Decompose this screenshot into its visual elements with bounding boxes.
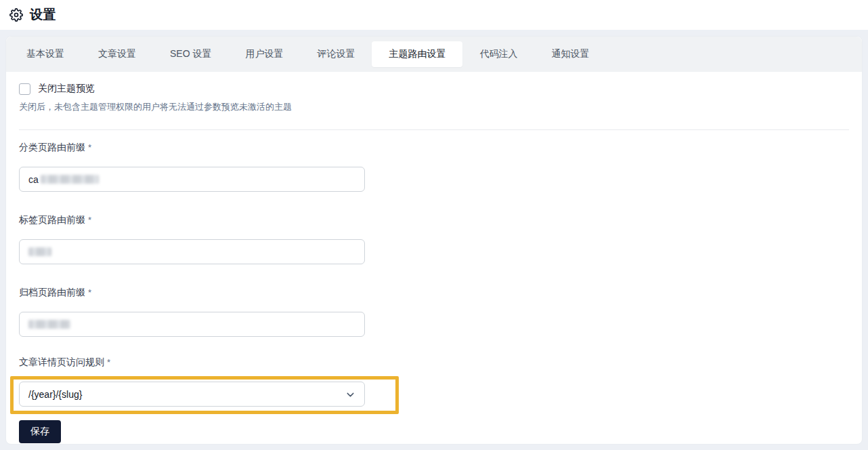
archive-prefix-field: 归档页路由前缀* [19, 287, 849, 337]
disable-theme-preview-help: 关闭后，未包含主题管理权限的用户将无法通过参数预览未激活的主题 [19, 101, 849, 113]
disable-theme-preview-checkbox[interactable] [19, 83, 30, 95]
tab-code-inject[interactable]: 代码注入 [462, 41, 534, 67]
settings-gear-icon [9, 8, 23, 22]
selected-option-text: /{year}/{slug} [28, 389, 82, 400]
field-label-text: 标签页路由前缀 [19, 214, 85, 225]
tab-post[interactable]: 文章设置 [81, 41, 153, 67]
required-mark: * [107, 357, 110, 367]
tag-prefix-field: 标签页路由前缀* [19, 214, 849, 264]
tab-notification[interactable]: 通知设置 [534, 41, 606, 67]
category-prefix-field: 分类页路由前缀* ca [19, 142, 849, 192]
post-permalink-rule-select[interactable]: /{year}/{slug} [19, 382, 365, 407]
category-prefix-label: 分类页路由前缀* [19, 142, 849, 154]
tab-user[interactable]: 用户设置 [228, 41, 300, 67]
field-label-text: 文章详情页访问规则 [19, 356, 104, 367]
save-button[interactable]: 保存 [19, 420, 61, 443]
required-mark: * [88, 287, 91, 298]
post-permalink-rule-label: 文章详情页访问规则* [19, 356, 849, 369]
post-permalink-rule-select-wrap: /{year}/{slug} [19, 382, 365, 407]
disable-theme-preview-label[interactable]: 关闭主题预览 [38, 83, 95, 95]
redacted-value [28, 320, 70, 329]
redacted-value [41, 175, 99, 184]
archive-prefix-label: 归档页路由前缀* [19, 287, 849, 299]
post-permalink-rule-field: 文章详情页访问规则* /{year}/{slug} [19, 356, 849, 407]
archive-prefix-input[interactable] [19, 312, 365, 337]
category-prefix-input[interactable]: ca [19, 167, 365, 192]
page-title: 设置 [30, 6, 56, 24]
tab-basic[interactable]: 基本设置 [9, 41, 81, 67]
field-label-text: 归档页路由前缀 [19, 287, 85, 298]
field-label-text: 分类页路由前缀 [19, 142, 85, 152]
settings-tabs: 基本设置 文章设置 SEO 设置 用户设置 评论设置 主题路由设置 代码注入 通… [6, 37, 862, 72]
tag-prefix-input[interactable] [19, 239, 365, 264]
tab-theme-route[interactable]: 主题路由设置 [372, 41, 462, 67]
tab-panel-theme-route: 关闭主题预览 关闭后，未包含主题管理权限的用户将无法通过参数预览未激活的主题 分… [6, 72, 862, 443]
tag-prefix-label: 标签页路由前缀* [19, 214, 849, 226]
input-visible-value: ca [28, 174, 39, 185]
disable-theme-preview-row: 关闭主题预览 [19, 83, 849, 95]
settings-card: 基本设置 文章设置 SEO 设置 用户设置 评论设置 主题路由设置 代码注入 通… [5, 36, 863, 445]
settings-page: 设置 基本设置 文章设置 SEO 设置 用户设置 评论设置 主题路由设置 代码注… [0, 0, 868, 450]
section-divider [19, 129, 849, 130]
redacted-value [28, 247, 51, 256]
tab-comment[interactable]: 评论设置 [300, 41, 372, 67]
required-mark: * [88, 215, 91, 225]
required-mark: * [88, 142, 91, 152]
page-header: 设置 [0, 0, 868, 30]
tab-seo[interactable]: SEO 设置 [153, 41, 228, 67]
chevron-down-icon [345, 389, 356, 401]
